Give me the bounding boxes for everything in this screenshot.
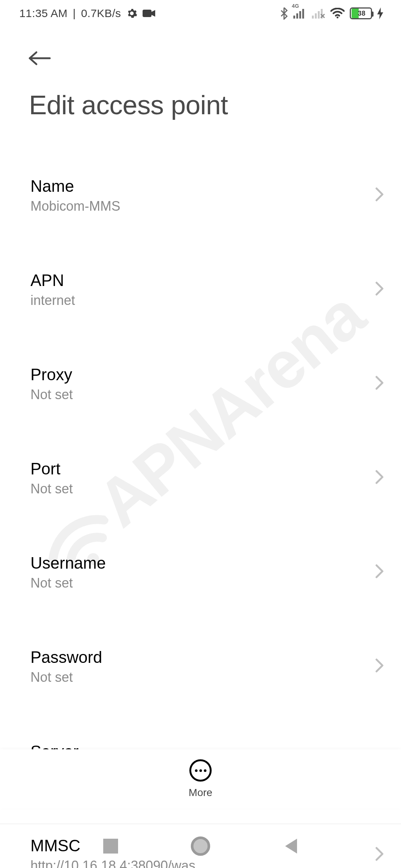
svg-point-10 (336, 17, 338, 19)
battery-icon: 38 (350, 7, 372, 19)
svg-rect-7 (315, 13, 317, 19)
row-label: APN (30, 271, 368, 290)
status-separator: | (73, 7, 76, 20)
apn-row-apn[interactable]: APNinternet (0, 255, 401, 349)
svg-rect-6 (312, 16, 314, 19)
page-title: Edit access point (0, 68, 401, 120)
svg-rect-2 (293, 16, 295, 19)
more-label: More (189, 787, 212, 799)
chevron-right-icon (375, 564, 384, 580)
row-label: Port (30, 459, 368, 479)
status-bar: 11:35 AM | 0.7KB/s 4G 38 (0, 0, 401, 27)
nav-recent-button[interactable] (103, 839, 118, 854)
bluetooth-icon (280, 7, 288, 20)
svg-rect-3 (296, 13, 298, 19)
arrow-left-icon (27, 51, 53, 66)
chevron-right-icon (375, 470, 384, 486)
row-label: Proxy (30, 365, 368, 384)
status-data-rate: 0.7KB/s (81, 7, 121, 20)
battery-percent: 38 (352, 9, 372, 18)
row-value: Not set (30, 384, 368, 403)
charging-icon (377, 7, 383, 19)
apn-row-password[interactable]: PasswordNot set (0, 632, 401, 726)
row-value: Not set (30, 573, 368, 591)
row-label: Name (30, 177, 368, 196)
apn-row-port[interactable]: PortNot set (0, 444, 401, 538)
signal-no-sim-icon (312, 8, 325, 19)
row-value: Not set (30, 479, 368, 497)
video-camera-icon (143, 9, 155, 18)
nav-back-button[interactable] (283, 838, 298, 854)
chevron-right-icon (375, 281, 384, 297)
row-label: Password (30, 648, 368, 667)
svg-rect-5 (302, 9, 304, 19)
system-nav-bar (0, 823, 401, 868)
nav-home-button[interactable] (191, 836, 210, 856)
row-label: Username (30, 553, 368, 573)
back-button[interactable] (27, 49, 53, 68)
status-time: 11:35 AM (19, 7, 68, 20)
apn-row-proxy[interactable]: ProxyNot set (0, 349, 401, 444)
signal-4g-icon: 4G (293, 8, 307, 19)
more-button[interactable]: More (0, 749, 401, 809)
network-label: 4G (292, 3, 299, 9)
chevron-right-icon (375, 658, 384, 674)
svg-rect-4 (299, 11, 301, 19)
row-value: Not set (30, 667, 368, 685)
more-icon (189, 759, 212, 782)
chevron-right-icon (375, 187, 384, 203)
apn-row-username[interactable]: UsernameNot set (0, 538, 401, 632)
row-value: internet (30, 290, 368, 309)
gear-icon (126, 8, 137, 19)
row-value: Mobicom-MMS (30, 196, 368, 214)
chevron-right-icon (375, 375, 384, 392)
svg-rect-1 (143, 10, 151, 17)
apn-row-name[interactable]: NameMobicom-MMS (0, 161, 401, 255)
svg-rect-8 (318, 11, 320, 19)
wifi-status-icon (330, 8, 345, 19)
